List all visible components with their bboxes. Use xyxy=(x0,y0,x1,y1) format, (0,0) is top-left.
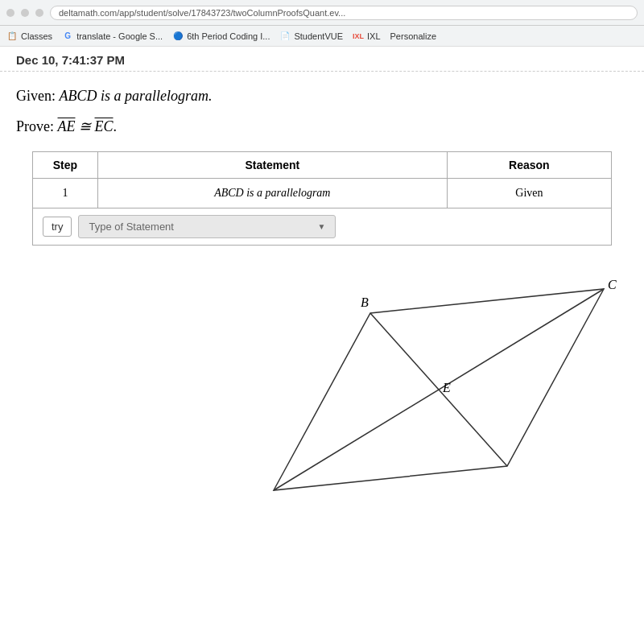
classes-icon: 📋 xyxy=(6,31,18,42)
proof-table: Step Statement Reason 1 ABCD is a parall… xyxy=(32,151,612,246)
prove-period: . xyxy=(114,118,118,134)
prove-prefix: Prove: xyxy=(16,118,58,134)
header-step: Step xyxy=(33,152,98,179)
prove-statement: Prove: AE ≅ EC. xyxy=(16,118,628,135)
bookmark-studentvue[interactable]: 📄 StudentVUE xyxy=(279,31,343,42)
try-cell: try Type of Statement ▼ xyxy=(33,208,612,246)
diagonal-bd xyxy=(370,313,507,466)
bookmark-personalize[interactable]: Personalize xyxy=(390,31,436,41)
page-content: Dec 10, 7:41:37 PM Given: ABCD is a para… xyxy=(0,47,644,555)
try-row-inner: try Type of Statement ▼ xyxy=(43,215,601,238)
bookmark-coding[interactable]: 🔵 6th Period Coding I... xyxy=(172,31,270,42)
bookmark-translate-label: translate - Google S... xyxy=(76,31,163,41)
translate-icon: G xyxy=(62,31,73,42)
geometry-diagram: B C E xyxy=(209,265,628,555)
bookmark-ixl[interactable]: IXL IXL xyxy=(353,31,381,42)
try-button[interactable]: try xyxy=(43,217,72,237)
given-statement: Given: ABCD is a parallelogram. xyxy=(16,88,628,105)
browser-control-maximize xyxy=(35,9,43,17)
header-reason: Reason xyxy=(447,152,611,179)
timestamp: Dec 10, 7:41:37 PM xyxy=(16,53,125,67)
dropdown-arrow-icon: ▼ xyxy=(318,222,326,231)
bookmark-coding-label: 6th Period Coding I... xyxy=(187,31,270,41)
bookmarks-bar: 📋 Classes G translate - Google S... 🔵 6t… xyxy=(0,26,644,47)
label-b: B xyxy=(361,295,369,309)
try-row: try Type of Statement ▼ xyxy=(33,208,612,246)
dropdown-placeholder: Type of Statement xyxy=(89,221,174,233)
reason-1: Given xyxy=(447,179,611,208)
bookmark-ixl-label: IXL xyxy=(367,31,381,41)
browser-chrome: deltamath.com/app/student/solve/17843723… xyxy=(0,0,644,26)
bookmark-personalize-label: Personalize xyxy=(390,31,436,41)
bookmark-classes-label: Classes xyxy=(21,31,52,41)
label-e: E xyxy=(442,381,451,394)
studentvue-icon: 📄 xyxy=(279,31,291,42)
problem-area: Given: ABCD is a parallelogram. Prove: A… xyxy=(0,78,644,265)
prove-ae: AE xyxy=(58,118,76,134)
statement-1: ABCD is a parallelogram xyxy=(97,179,447,208)
url-bar[interactable]: deltamath.com/app/student/solve/17843723… xyxy=(50,6,638,20)
header-statement: Statement xyxy=(97,152,447,179)
prove-congruent: ≅ xyxy=(76,118,95,134)
prove-ec: EC xyxy=(95,118,114,134)
browser-control-close xyxy=(6,9,14,17)
ixl-icon: IXL xyxy=(353,31,364,42)
browser-control-minimize xyxy=(21,9,29,17)
bookmark-translate[interactable]: G translate - Google S... xyxy=(62,31,163,42)
given-expr: ABCD is a parallelogram. xyxy=(60,88,213,104)
given-prefix: Given: xyxy=(16,88,60,104)
diagram-area: B C E xyxy=(0,265,644,555)
bookmark-studentvue-label: StudentVUE xyxy=(294,31,343,41)
label-c: C xyxy=(608,278,617,291)
statement-1-text: ABCD is a parallelogram xyxy=(214,187,330,199)
statement-dropdown[interactable]: Type of Statement ▼ xyxy=(78,215,336,238)
bookmark-classes[interactable]: 📋 Classes xyxy=(6,31,52,42)
coding-icon: 🔵 xyxy=(172,31,184,42)
table-row: 1 ABCD is a parallelogram Given xyxy=(33,179,612,208)
timestamp-bar: Dec 10, 7:41:37 PM xyxy=(0,47,644,72)
step-1: 1 xyxy=(33,179,98,208)
